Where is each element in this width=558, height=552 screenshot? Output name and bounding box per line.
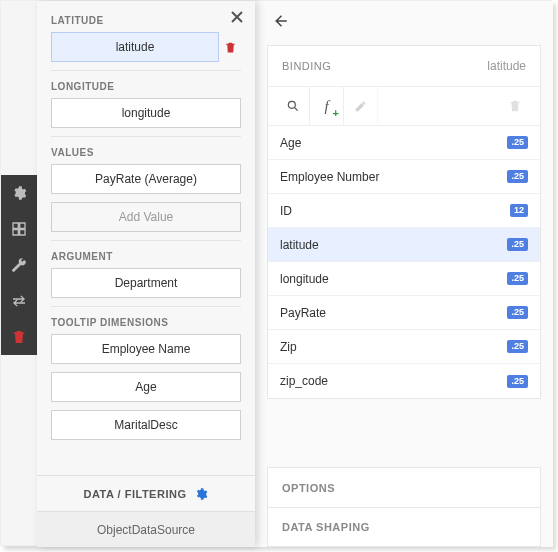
argument-pill[interactable]: Department [51,268,241,298]
layout-icon[interactable] [1,211,37,247]
field-name: Zip [280,340,507,354]
tool-sidebar [1,175,37,355]
tooltip-pill-3[interactable]: MaritalDesc [51,410,241,440]
gear-icon[interactable] [1,175,37,211]
field-name: ID [280,204,510,218]
field-delete-icon [498,87,532,125]
field-type-badge: .25 [507,238,528,251]
field-type-badge: .25 [507,170,528,183]
edit-icon [344,87,378,125]
field-type-badge: .25 [507,136,528,149]
tooltip-pill-1[interactable]: Employee Name [51,334,241,364]
values-pill[interactable]: PayRate (Average) [51,164,241,194]
field-name: zip_code [280,374,507,388]
field-row[interactable]: ID12 [268,194,540,228]
latitude-remove-icon[interactable] [219,41,241,54]
data-shaping-section[interactable]: DATA SHAPING [267,507,541,547]
field-list: Age.25Employee Number.25ID12latitude.25l… [268,126,540,398]
longitude-pill-text: longitude [122,106,171,120]
field-type-badge: .25 [507,340,528,353]
options-label: OPTIONS [282,482,335,494]
datasource-label: ObjectDataSource [97,523,195,537]
gear-small-icon [194,487,208,501]
field-row[interactable]: longitude.25 [268,262,540,296]
tooltip-pill-2[interactable]: Age [51,372,241,402]
field-name: Age [280,136,507,150]
field-row[interactable]: Employee Number.25 [268,160,540,194]
options-section[interactable]: OPTIONS [267,467,541,507]
section-label-argument: ARGUMENT [51,240,241,262]
values-pill-text: PayRate (Average) [95,172,197,186]
field-row[interactable]: Age.25 [268,126,540,160]
binding-label: BINDING [282,60,331,72]
binding-panel: BINDING latitude f+ Age.25Employee Numbe… [255,1,553,547]
field-name: PayRate [280,306,507,320]
section-label-values: VALUES [51,136,241,158]
field-name: Employee Number [280,170,507,184]
field-type-badge: .25 [507,375,528,388]
field-row[interactable]: Zip.25 [268,330,540,364]
close-icon[interactable] [229,9,245,29]
latitude-pill[interactable]: latitude [51,32,219,62]
argument-pill-text: Department [115,276,178,290]
field-name: latitude [280,238,507,252]
add-value-button[interactable]: Add Value [51,202,241,232]
data-shaping-label: DATA SHAPING [282,521,370,533]
latitude-pill-text: latitude [116,40,155,54]
data-filtering-label: DATA / FILTERING [84,488,187,500]
binding-card: BINDING latitude f+ Age.25Employee Numbe… [267,45,541,399]
field-type-badge: .25 [507,306,528,319]
back-icon[interactable] [271,12,289,34]
config-panel: LATITUDE latitude LONGITUDE longitude VA… [37,1,255,547]
fx-add-icon[interactable]: f+ [310,87,344,125]
add-value-text: Add Value [119,210,174,224]
field-row[interactable]: latitude.25 [268,228,540,262]
section-label-tooltip: TOOLTIP DIMENSIONS [51,306,241,328]
delete-icon[interactable] [1,319,37,355]
data-filtering-button[interactable]: DATA / FILTERING [37,475,255,511]
wrench-icon[interactable] [1,247,37,283]
field-type-badge: .25 [507,272,528,285]
binding-value: latitude [487,59,526,73]
convert-icon[interactable] [1,283,37,319]
field-row[interactable]: zip_code.25 [268,364,540,398]
datasource-button[interactable]: ObjectDataSource [37,511,255,547]
tooltip-pill-1-text: Employee Name [102,342,191,356]
field-type-badge: 12 [510,204,528,217]
search-icon[interactable] [276,87,310,125]
tooltip-pill-2-text: Age [135,380,156,394]
section-label-latitude: LATITUDE [51,11,241,26]
field-name: longitude [280,272,507,286]
svg-point-0 [288,101,295,108]
tooltip-pill-3-text: MaritalDesc [114,418,177,432]
section-label-longitude: LONGITUDE [51,70,241,92]
field-row[interactable]: PayRate.25 [268,296,540,330]
longitude-pill[interactable]: longitude [51,98,241,128]
